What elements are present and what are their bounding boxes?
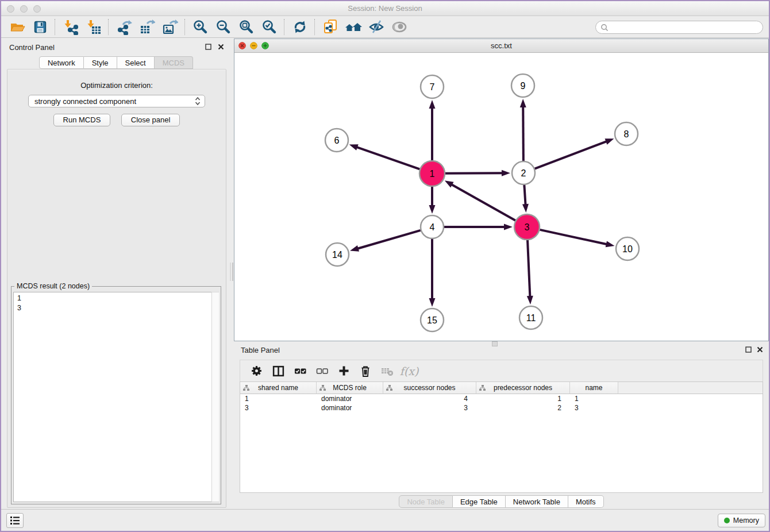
column-header-name[interactable]: name xyxy=(570,382,618,394)
toolbar-separator xyxy=(284,19,286,35)
tab-edge-table[interactable]: Edge Table xyxy=(453,495,506,508)
cell-predecessor-nodes[interactable]: 1 xyxy=(476,394,570,403)
hide-style-button[interactable] xyxy=(365,18,388,36)
zoom-in-button[interactable] xyxy=(189,18,212,36)
graph-node-label-11: 11 xyxy=(526,313,536,323)
select-all-button[interactable] xyxy=(293,364,307,378)
cell-name[interactable]: 1 xyxy=(570,394,618,403)
control-panel-tabs: NetworkStyleSelectMCDS xyxy=(2,56,230,70)
zoom-out-button[interactable] xyxy=(212,18,235,36)
split-column-button[interactable] xyxy=(271,364,285,378)
graph-edge-arrowhead xyxy=(349,144,359,150)
table-row[interactable]: 1dominator411 xyxy=(240,394,763,403)
cell-successor-nodes[interactable]: 4 xyxy=(383,394,476,403)
search-input[interactable] xyxy=(595,21,763,34)
open-session-button[interactable] xyxy=(6,18,29,36)
memory-button[interactable]: Memory xyxy=(718,514,765,527)
graph-node-label-9: 9 xyxy=(521,81,526,91)
network-canvas[interactable]: 7968124314101511 xyxy=(234,53,768,341)
zoom-fit-button[interactable] xyxy=(235,18,258,36)
column-header-predecessor-nodes[interactable]: predecessor nodes xyxy=(476,382,570,394)
refresh-button[interactable] xyxy=(288,18,311,36)
export-table-button[interactable] xyxy=(136,18,159,36)
tab-select[interactable]: Select xyxy=(117,56,155,69)
toolbar-separator xyxy=(314,19,316,35)
float-table-panel-icon[interactable] xyxy=(745,346,752,353)
select-all-icon xyxy=(294,365,306,377)
show-graphics-button[interactable] xyxy=(388,18,411,36)
tab-motifs[interactable]: Motifs xyxy=(568,495,604,508)
result-line: 3 xyxy=(17,303,215,313)
column-header-shared-name[interactable]: shared name xyxy=(240,382,317,394)
run-mcds-button[interactable]: Run MCDS xyxy=(53,114,111,126)
column-tree-icon xyxy=(243,385,250,391)
tab-network-table[interactable]: Network Table xyxy=(506,495,568,508)
graph-node-label-1: 1 xyxy=(430,169,435,179)
graph-edge-3-11[interactable] xyxy=(528,240,530,298)
column-tree-icon xyxy=(479,385,486,391)
column-header-MCDS-role[interactable]: MCDS role xyxy=(317,382,383,394)
graph-edge-arrowhead xyxy=(520,99,526,107)
deselect-all-button[interactable] xyxy=(315,364,329,378)
graph-edge-3-1[interactable] xyxy=(450,184,515,221)
cell-name[interactable]: 3 xyxy=(570,403,618,413)
graph-edge-1-6[interactable] xyxy=(355,147,419,169)
column-settings-button[interactable] xyxy=(249,364,263,378)
cell-MCDS-role[interactable]: dominator xyxy=(317,403,383,413)
network-graph: 7968124314101511 xyxy=(234,53,768,341)
import-network-button[interactable] xyxy=(59,18,82,36)
tab-network[interactable]: Network xyxy=(39,56,84,69)
import-table-button[interactable] xyxy=(82,18,105,36)
clone-network-button[interactable] xyxy=(319,18,342,36)
criterion-value: strongly connected component xyxy=(34,97,194,106)
cell-predecessor-nodes[interactable]: 2 xyxy=(476,403,570,413)
cell-MCDS-role[interactable]: dominator xyxy=(317,394,383,403)
optimization-criterion-select[interactable]: strongly connected component xyxy=(28,95,205,107)
close-panel-button[interactable]: Close panel xyxy=(121,114,180,126)
close-table-panel-icon[interactable] xyxy=(757,346,763,353)
cell-shared-name[interactable]: 1 xyxy=(240,394,317,403)
save-session-button[interactable] xyxy=(29,18,52,36)
delete-row-button[interactable] xyxy=(359,364,372,378)
eye-slash-icon xyxy=(368,19,385,35)
zoom-selected-button[interactable] xyxy=(258,18,281,36)
export-network-button[interactable] xyxy=(113,18,136,36)
home-layout-button[interactable] xyxy=(342,18,365,36)
mcds-tab-content: Optimization criterion: strongly connect… xyxy=(7,69,226,508)
graph-edge-1-2[interactable] xyxy=(445,173,504,174)
column-header-successor-nodes[interactable]: successor nodes xyxy=(383,382,476,394)
table-row[interactable]: 3dominator323 xyxy=(240,403,763,413)
graph-edge-2-8[interactable] xyxy=(535,141,609,168)
cell-shared-name[interactable]: 3 xyxy=(240,403,317,413)
graph-edge-2-3[interactable] xyxy=(524,185,525,206)
clone-network-icon xyxy=(322,18,339,36)
window-title: Session: New Session xyxy=(1,4,769,13)
export-image-button[interactable] xyxy=(159,18,182,36)
result-scrollbar[interactable] xyxy=(211,292,219,502)
add-row-button[interactable] xyxy=(337,364,351,378)
graph-edge-2-9[interactable] xyxy=(523,105,523,161)
graph-edge-3-10[interactable] xyxy=(540,230,608,245)
float-panel-icon[interactable] xyxy=(205,44,211,50)
graph-node-label-6: 6 xyxy=(334,136,340,145)
tab-node-table[interactable]: Node Table xyxy=(399,495,453,508)
function-builder-button: f(x) xyxy=(402,364,416,378)
close-panel-icon[interactable] xyxy=(218,44,224,50)
tab-mcds[interactable]: MCDS xyxy=(155,56,193,69)
table-toolbar: f(x) xyxy=(240,360,763,381)
homes-icon xyxy=(344,19,363,35)
graph-edge-4-14[interactable] xyxy=(356,230,421,249)
tab-style[interactable]: Style xyxy=(84,56,117,69)
graph-node-label-3: 3 xyxy=(525,222,530,232)
cell-successor-nodes[interactable]: 3 xyxy=(383,403,476,413)
main-toolbar xyxy=(1,17,769,38)
export-image-icon xyxy=(162,19,178,35)
task-history-button[interactable] xyxy=(6,513,24,528)
export-network-icon xyxy=(116,19,132,35)
result-line: 1 xyxy=(17,294,215,303)
split-column-icon xyxy=(272,365,284,377)
vertical-splitter-grip[interactable] xyxy=(230,263,233,281)
open-folder-icon xyxy=(9,19,25,35)
mcds-result-text[interactable]: 13 xyxy=(13,292,219,502)
list-icon xyxy=(10,516,20,525)
